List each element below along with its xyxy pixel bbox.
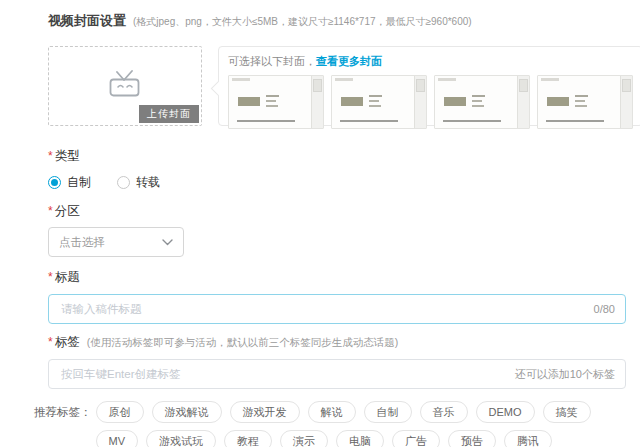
title-input-box: 0/80 xyxy=(48,294,626,324)
recommend-tags-label: 推荐标签： xyxy=(34,405,92,420)
category-select[interactable]: 点击选择 xyxy=(48,227,184,257)
panel-arrow xyxy=(211,81,227,97)
title-char-counter: 0/80 xyxy=(594,303,615,315)
type-label-row: * 类型 xyxy=(48,148,626,165)
thumb-decor xyxy=(266,95,279,97)
video-submit-form: 视频封面设置 (格式jpeg、png，文件大小≤5MB，建议尺寸≥1146*71… xyxy=(0,0,640,447)
required-mark: * xyxy=(48,335,53,349)
cover-thumbnail[interactable] xyxy=(537,75,633,129)
title-field: * 标题 0/80 xyxy=(48,269,626,324)
category-select-placeholder: 点击选择 xyxy=(59,235,105,250)
upload-cover-button[interactable]: 上传封面 xyxy=(139,105,199,123)
thumb-decor xyxy=(438,78,456,81)
radio-label: 自制 xyxy=(67,174,91,191)
thumb-decor xyxy=(443,120,501,122)
thumb-decor xyxy=(547,97,569,106)
thumb-decor xyxy=(472,95,485,97)
thumb-decor xyxy=(313,79,322,92)
thumb-decor xyxy=(622,79,631,92)
thumb-decor xyxy=(237,120,295,122)
recommend-tag-pill[interactable]: 游戏试玩 xyxy=(146,430,216,447)
recommend-tag-pill[interactable]: 游戏开发 xyxy=(230,401,300,423)
radio-label: 转载 xyxy=(136,174,160,191)
recommend-tag-pill[interactable]: DEMO xyxy=(476,401,535,423)
title-label-row: * 标题 xyxy=(48,269,626,286)
radio-icon[interactable] xyxy=(117,176,130,189)
category-field: * 分区 点击选择 xyxy=(48,203,626,257)
thumb-decor xyxy=(546,120,604,122)
thumb-decor xyxy=(369,95,382,97)
cover-settings-header: 视频封面设置 (格式jpeg、png，文件大小≤5MB，建议尺寸≥1146*71… xyxy=(48,12,626,30)
thumb-decor xyxy=(238,97,260,106)
recommend-tag-pill[interactable]: 原创 xyxy=(96,401,144,423)
tags-field: * 标签 (使用活动标签即可参与活动，默认以前三个标签同步生成动态话题) 还可以… xyxy=(48,334,626,389)
type-field: * 类型 自制 转载 xyxy=(48,148,626,191)
thumb-decor xyxy=(472,105,484,107)
cover-thumbnail[interactable] xyxy=(434,75,530,129)
tags-note: (使用活动标签即可参与活动，默认以前三个标签同步生成动态话题) xyxy=(87,336,399,350)
thumb-decor xyxy=(335,78,353,81)
recommend-tag-pill[interactable]: 腾讯 xyxy=(504,430,552,447)
title-label: 标题 xyxy=(55,269,80,286)
chevron-down-icon xyxy=(162,236,173,248)
recommend-tag-pill[interactable]: 电脑 xyxy=(336,430,384,447)
type-radio-option[interactable]: 自制 xyxy=(48,174,91,191)
required-mark: * xyxy=(48,270,53,284)
tags-label-row: * 标签 (使用活动标签即可参与活动，默认以前三个标签同步生成动态话题) xyxy=(48,334,626,351)
title-input[interactable] xyxy=(59,302,586,316)
cover-thumbnail[interactable] xyxy=(228,75,324,129)
cover-row: 上传封面 可选择以下封面，查看更多封面 xyxy=(48,46,626,126)
thumb-decor xyxy=(369,105,381,107)
cover-format-hint: (格式jpeg、png，文件大小≤5MB，建议尺寸≥1146*717，最低尺寸≥… xyxy=(133,15,472,29)
cover-upload-dropzone[interactable]: 上传封面 xyxy=(48,46,202,126)
tags-remaining-hint: 还可以添加10个标签 xyxy=(515,367,615,382)
recommend-tag-pill[interactable]: 音乐 xyxy=(420,401,468,423)
thumb-decor xyxy=(369,100,379,102)
picker-hint-text: 可选择以下封面， xyxy=(228,55,316,67)
thumb-decor xyxy=(541,78,559,81)
radio-icon[interactable] xyxy=(48,176,61,189)
required-mark: * xyxy=(48,149,53,163)
recommend-tags-list: 原创 游戏解说 游戏开发 解说 自制 音乐 DEMO 搞笑 MV 游戏试玩 教程 xyxy=(96,401,627,447)
recommend-tag-pill[interactable]: 游戏解说 xyxy=(152,401,222,423)
type-label: 类型 xyxy=(55,148,80,165)
thumb-decor xyxy=(416,79,425,92)
thumb-decor xyxy=(266,105,278,107)
recommend-tag-pill[interactable]: 教程 xyxy=(224,430,272,447)
cover-thumbnail[interactable] xyxy=(331,75,427,129)
recommend-tag-pill[interactable]: 广告 xyxy=(392,430,440,447)
recommend-tags-section: 推荐标签： 原创 游戏解说 游戏开发 解说 自制 音乐 DEMO 搞笑 MV 游 xyxy=(34,401,626,447)
tags-input[interactable] xyxy=(59,367,507,381)
thumb-decor xyxy=(575,100,585,102)
thumb-decor xyxy=(472,100,482,102)
recommend-tag-pill[interactable]: 自制 xyxy=(364,401,412,423)
type-radio-option[interactable]: 转载 xyxy=(117,174,160,191)
tags-input-box: 还可以添加10个标签 xyxy=(48,359,626,389)
cover-thumbnails xyxy=(228,75,633,129)
thumb-decor xyxy=(575,95,588,97)
type-radio-group: 自制 转载 xyxy=(48,174,626,191)
view-more-covers-link[interactable]: 查看更多封面 xyxy=(316,55,382,67)
category-label-row: * 分区 xyxy=(48,203,626,220)
cover-picker-panel: 可选择以下封面，查看更多封面 xyxy=(218,46,640,126)
recommend-tag-pill[interactable]: MV xyxy=(96,430,139,447)
recommend-tag-pill[interactable]: 搞笑 xyxy=(543,401,591,423)
cover-picker-hint: 可选择以下封面，查看更多封面 xyxy=(228,54,633,69)
tags-label: 标签 xyxy=(55,334,80,351)
thumb-decor xyxy=(575,105,587,107)
recommend-tag-pill[interactable]: 解说 xyxy=(308,401,356,423)
thumb-decor xyxy=(519,79,528,92)
recommend-tag-pill[interactable]: 演示 xyxy=(280,430,328,447)
recommend-tag-pill[interactable]: 预告 xyxy=(448,430,496,447)
category-label: 分区 xyxy=(55,203,80,220)
thumb-decor xyxy=(444,97,466,106)
thumb-decor xyxy=(340,120,398,122)
required-mark: * xyxy=(48,204,53,218)
thumb-decor xyxy=(266,100,276,102)
thumb-decor xyxy=(232,78,250,81)
section-title: 视频封面设置 xyxy=(48,12,126,30)
tv-icon xyxy=(107,70,143,102)
thumb-decor xyxy=(341,97,363,106)
